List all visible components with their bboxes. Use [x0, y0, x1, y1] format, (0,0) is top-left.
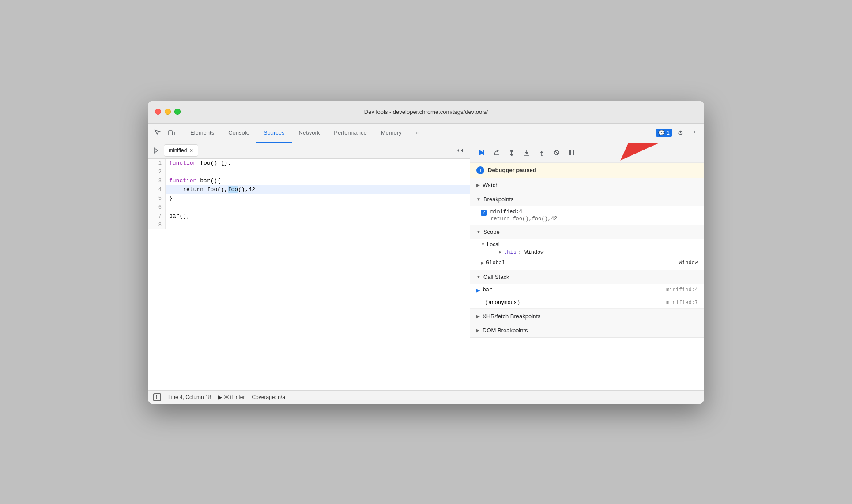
- step-button[interactable]: [505, 147, 518, 159]
- breakpoint-checkbox[interactable]: ✓: [481, 210, 487, 216]
- svg-line-20: [555, 151, 558, 154]
- toolbar-right: 💬 1 ⚙ ⋮: [656, 127, 701, 139]
- tab-console[interactable]: Console: [221, 123, 256, 143]
- local-scope: ▼ Local ▶ this : Window: [470, 239, 704, 258]
- code-lines: 1 function foo() {}; 2 3 function bar(){: [148, 159, 470, 229]
- breakpoints-section-header[interactable]: ▼ Breakpoints: [470, 192, 704, 206]
- watch-section: ▶ Watch: [470, 178, 704, 192]
- svg-marker-5: [479, 150, 484, 155]
- code-line-5: 5 }: [148, 194, 470, 203]
- pause-on-exceptions-button[interactable]: [565, 147, 578, 159]
- callstack-section-header[interactable]: ▼ Call Stack: [470, 270, 704, 284]
- svg-marker-2: [154, 148, 158, 153]
- tab-network[interactable]: Network: [292, 123, 327, 143]
- svg-marker-7: [497, 150, 499, 152]
- pretty-print-icon[interactable]: {}: [153, 393, 161, 401]
- xhr-breakpoints-section: ▶ XHR/fetch Breakpoints: [470, 309, 704, 323]
- resume-button[interactable]: [475, 147, 488, 159]
- scope-section: ▼ Scope ▼ Local ▶ this: [470, 225, 704, 270]
- close-button[interactable]: [155, 109, 161, 115]
- code-line-8: 8: [148, 221, 470, 229]
- callstack-content: ▶ bar minified:4 (anonymous) minified:7: [470, 284, 704, 309]
- svg-marker-3: [457, 149, 459, 152]
- svg-rect-22: [573, 150, 574, 155]
- dom-breakpoints-section: ▶ DOM Breakpoints: [470, 323, 704, 338]
- messages-badge[interactable]: 💬 1: [656, 129, 672, 137]
- devtools-container: Elements Console Sources Network Perform…: [148, 124, 704, 404]
- devtools-toolbar: Elements Console Sources Network Perform…: [148, 124, 704, 143]
- deactivate-breakpoints-button[interactable]: [550, 147, 563, 159]
- code-line-1: 1 function foo() {};: [148, 159, 470, 168]
- more-options-icon[interactable]: ⋮: [688, 127, 701, 139]
- traffic-lights: [155, 109, 181, 115]
- callstack-frame-anonymous[interactable]: (anonymous) minified:7: [470, 297, 704, 309]
- status-bar: {} Line 4, Column 18 ▶ ⌘+Enter Coverage:…: [148, 390, 704, 404]
- code-line-7: 7 bar();: [148, 212, 470, 221]
- watch-section-header[interactable]: ▶ Watch: [470, 178, 704, 192]
- titlebar: DevTools - developer.chrome.com/tags/dev…: [148, 101, 704, 124]
- file-tabs: minified ×: [148, 143, 470, 159]
- svg-marker-4: [461, 149, 463, 152]
- devtools-window: DevTools - developer.chrome.com/tags/dev…: [148, 101, 704, 404]
- debugger-paused-banner: i Debugger paused: [470, 163, 704, 178]
- dom-breakpoints-header[interactable]: ▶ DOM Breakpoints: [470, 323, 704, 337]
- tab-memory[interactable]: Memory: [374, 123, 409, 143]
- this-property: ▶ this : Window: [481, 248, 698, 256]
- nav-tabs: Elements Console Sources Network Perform…: [183, 124, 656, 143]
- format-icon[interactable]: [454, 144, 466, 157]
- settings-icon[interactable]: ⚙: [674, 127, 686, 139]
- global-scope-row: ▶ Global Window: [470, 258, 704, 268]
- callstack-frame-bar[interactable]: ▶ bar minified:4: [470, 284, 704, 297]
- right-panel: i Debugger paused ▶ Watch ▼ Breakpoints: [470, 143, 704, 390]
- maximize-button[interactable]: [174, 109, 181, 115]
- code-line-2: 2: [148, 168, 470, 177]
- debug-toolbar-wrapper: [470, 143, 704, 163]
- scope-section-header[interactable]: ▼ Scope: [470, 225, 704, 239]
- inspect-element-icon[interactable]: [151, 127, 164, 139]
- breakpoints-section: ▼ Breakpoints ✓ minified:4 return foo(),…: [470, 192, 704, 225]
- local-scope-header[interactable]: ▼ Local: [481, 241, 698, 248]
- step-out-button[interactable]: [535, 147, 548, 159]
- minimize-button[interactable]: [165, 109, 171, 115]
- tab-sources[interactable]: Sources: [256, 123, 292, 143]
- info-icon: i: [476, 166, 484, 174]
- file-tab-minified[interactable]: minified ×: [164, 144, 198, 157]
- callstack-section: ▼ Call Stack ▶ bar minified:4: [470, 270, 704, 309]
- step-into-button[interactable]: [520, 147, 533, 159]
- tab-performance[interactable]: Performance: [327, 123, 373, 143]
- device-toolbar-icon[interactable]: [166, 127, 178, 139]
- code-editor[interactable]: 1 function foo() {}; 2 3 function bar(){: [148, 159, 470, 390]
- debug-toolbar: [470, 143, 704, 163]
- window-title: DevTools - developer.chrome.com/tags/dev…: [364, 109, 488, 115]
- tab-more[interactable]: »: [409, 123, 426, 143]
- navigator-icon[interactable]: [150, 144, 162, 157]
- xhr-breakpoints-header[interactable]: ▶ XHR/fetch Breakpoints: [470, 309, 704, 323]
- scope-content: ▼ Local ▶ this : Window: [470, 239, 704, 270]
- breakpoint-item-1: ✓ minified:4 return foo(),foo(),42: [470, 206, 704, 225]
- left-panel: minified ×: [148, 143, 470, 390]
- code-line-3: 3 function bar(){: [148, 177, 470, 185]
- svg-rect-0: [169, 131, 172, 135]
- svg-marker-17: [540, 151, 543, 153]
- step-over-button[interactable]: [490, 147, 503, 159]
- svg-marker-11: [510, 154, 513, 156]
- file-tab-close[interactable]: ×: [189, 147, 193, 154]
- svg-marker-13: [525, 152, 528, 154]
- svg-rect-10: [511, 152, 512, 155]
- svg-rect-6: [483, 150, 484, 155]
- svg-rect-1: [173, 132, 175, 135]
- breakpoints-content: ✓ minified:4 return foo(),foo(),42: [470, 206, 704, 225]
- code-line-4: 4 return foo(),foo(),42: [148, 185, 470, 194]
- code-line-6: 6: [148, 203, 470, 212]
- svg-rect-21: [569, 150, 571, 155]
- devtools-body: minified ×: [148, 143, 704, 390]
- toolbar-icons-left: [151, 127, 178, 139]
- tab-elements[interactable]: Elements: [183, 123, 221, 143]
